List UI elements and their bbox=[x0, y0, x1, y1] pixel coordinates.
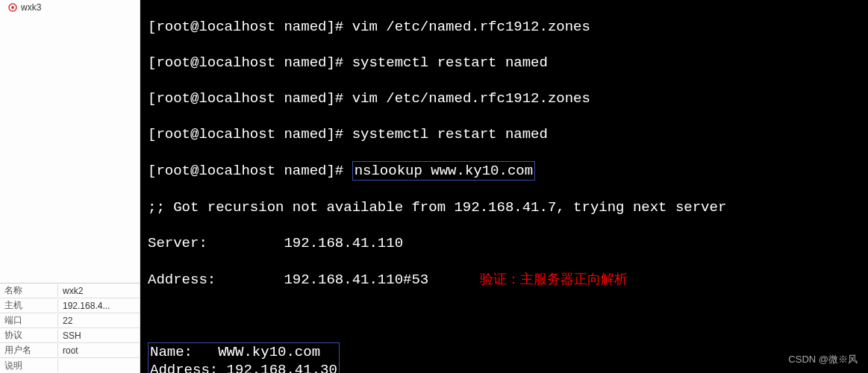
command-text: vim /etc/named.rfc1912.zones bbox=[352, 19, 590, 35]
watermark: CSDN @微※风 bbox=[788, 351, 858, 369]
output-text: Address: 192.168.41.110#53 bbox=[148, 272, 428, 288]
prop-row-name[interactable]: 名称 wxk2 bbox=[0, 283, 140, 298]
prop-row-host[interactable]: 主机 192.168.4... bbox=[0, 298, 140, 313]
terminal-line: [root@localhost named]# vim /etc/named.r… bbox=[148, 90, 865, 107]
terminal-line bbox=[148, 307, 865, 325]
prop-row-protocol[interactable]: 协议 SSH bbox=[0, 328, 140, 343]
prop-row-desc[interactable]: 说明 bbox=[0, 358, 140, 373]
output-text: Name: WWW.ky10.com bbox=[150, 344, 320, 360]
terminal-line: [root@localhost named]# nslookup www.ky1… bbox=[148, 161, 865, 181]
session-tree-item[interactable]: wxk3 bbox=[4, 1, 135, 13]
highlighted-command: nslookup www.ky10.com bbox=[352, 161, 535, 181]
terminal-line: ;; Got recursion not available from 192.… bbox=[148, 198, 865, 216]
session-label: wxk3 bbox=[21, 2, 41, 13]
prop-key: 协议 bbox=[0, 329, 58, 342]
shell-prompt: [root@localhost named]# bbox=[148, 19, 352, 35]
terminal-line: [root@localhost named]# vim /etc/named.r… bbox=[148, 18, 865, 36]
prop-val: 192.168.4... bbox=[58, 301, 140, 311]
prop-key: 名称 bbox=[0, 284, 58, 297]
prop-row-port[interactable]: 端口 22 bbox=[0, 313, 140, 328]
prop-val: root bbox=[58, 345, 140, 356]
prop-key: 说明 bbox=[0, 360, 58, 372]
terminal-line: [root@localhost named]# systemctl restar… bbox=[148, 54, 865, 72]
prop-val: SSH bbox=[58, 330, 140, 341]
session-icon bbox=[7, 2, 18, 13]
terminal-output[interactable]: [root@localhost named]# vim /etc/named.r… bbox=[140, 0, 868, 373]
prop-row-username[interactable]: 用户名 root bbox=[0, 343, 140, 358]
command-text: systemctl restart named bbox=[352, 54, 548, 71]
terminal-line: Server: 192.168.41.110 bbox=[148, 234, 865, 252]
prop-val: 22 bbox=[58, 316, 140, 326]
shell-prompt: [root@localhost named]# bbox=[148, 163, 352, 179]
shell-prompt: [root@localhost named]# bbox=[148, 54, 352, 71]
shell-prompt: [root@localhost named]# bbox=[148, 90, 352, 107]
prop-key: 主机 bbox=[0, 299, 58, 312]
output-text: Address: 192.168.41.30 bbox=[150, 362, 337, 373]
shell-prompt: [root@localhost named]# bbox=[148, 126, 352, 142]
terminal-line: Address: 192.168.41.110#53 验证：主服务器正向解析 bbox=[148, 270, 865, 289]
command-text: systemctl restart named bbox=[352, 126, 548, 142]
session-tree[interactable]: wxk3 bbox=[0, 0, 140, 283]
annotation-forward: 验证：主服务器正向解析 bbox=[480, 272, 628, 286]
command-text: vim /etc/named.rfc1912.zones bbox=[352, 90, 590, 107]
properties-table: 名称 wxk2 主机 192.168.4... 端口 22 协议 SSH 用户名… bbox=[0, 283, 140, 373]
highlighted-output: Name: WWW.ky10.com Address: 192.168.41.3… bbox=[148, 342, 340, 373]
terminal-line: Name: WWW.ky10.com Address: 192.168.41.3… bbox=[148, 342, 865, 373]
terminal-line: [root@localhost named]# systemctl restar… bbox=[148, 125, 865, 143]
prop-key: 用户名 bbox=[0, 344, 58, 357]
prop-val: wxk2 bbox=[58, 286, 140, 296]
session-sidebar: wxk3 名称 wxk2 主机 192.168.4... 端口 22 协议 SS… bbox=[0, 0, 140, 373]
svg-point-1 bbox=[11, 6, 14, 9]
prop-key: 端口 bbox=[0, 314, 58, 327]
